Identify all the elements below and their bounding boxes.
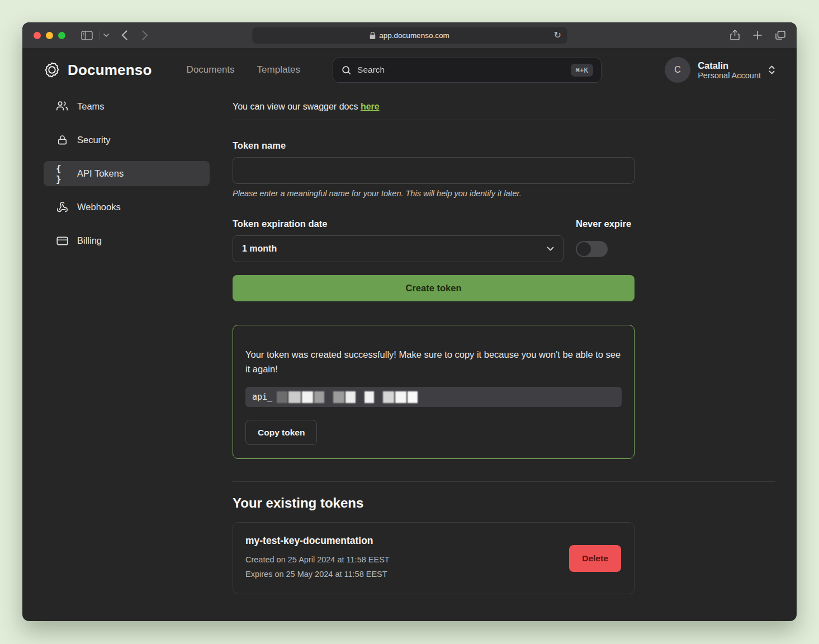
sidebar-item-label: Webhooks: [77, 202, 121, 212]
account-name: Catalin: [698, 60, 761, 72]
token-name-helper: Please enter a meaningful name for your …: [233, 189, 635, 198]
close-window-button[interactable]: [34, 32, 41, 39]
chevron-down-icon[interactable]: [103, 34, 109, 37]
sidebar-item-webhooks[interactable]: Webhooks: [44, 195, 210, 220]
settings-sidebar: Teams Security { } API Tokens Webhooks: [44, 94, 210, 594]
copy-token-button[interactable]: Copy token: [245, 420, 317, 445]
avatar: C: [665, 57, 690, 83]
zoom-window-button[interactable]: [58, 32, 65, 39]
chevron-up-down-icon: [768, 65, 775, 75]
token-value-field[interactable]: api_: [245, 387, 622, 407]
api-tokens-page: You can view our swagger docs here Token…: [233, 94, 775, 594]
share-icon[interactable]: [730, 30, 740, 41]
browser-window: app.documenso.com ↻: [22, 22, 797, 621]
expiration-select[interactable]: 1 month: [233, 235, 564, 262]
braces-icon: { }: [56, 163, 68, 184]
token-expires-date: Expires on 25 May 2024 at 11:58 EEST: [245, 567, 569, 581]
brand-name: Documenso: [68, 61, 152, 79]
token-expiration-label: Token expiration date: [233, 219, 327, 229]
token-created-message: Your token was created successfully! Mak…: [245, 348, 622, 376]
token-name-label: Token name: [233, 140, 635, 151]
never-expire-label: Never expire: [576, 219, 635, 229]
back-button[interactable]: [121, 30, 127, 40]
lock-icon: [370, 32, 375, 39]
token-card-name: my-test-key-documentation: [245, 535, 569, 547]
url-text: app.documenso.com: [379, 31, 449, 40]
search-icon: [341, 65, 352, 75]
search-shortcut-badge: ⌘+K: [571, 64, 594, 77]
swagger-docs-text: You can view our swagger docs: [233, 102, 361, 111]
users-icon: [56, 101, 68, 112]
sidebar-item-label: Billing: [77, 235, 102, 246]
top-nav: Documents Templates: [187, 64, 300, 75]
search-input[interactable]: [357, 65, 565, 75]
nav-templates[interactable]: Templates: [257, 64, 300, 75]
new-tab-icon[interactable]: [753, 31, 762, 40]
chevron-down-icon: [547, 247, 554, 251]
account-menu[interactable]: C Catalin Personal Account: [665, 57, 775, 83]
swagger-docs-link[interactable]: here: [361, 102, 380, 111]
minimize-window-button[interactable]: [46, 32, 53, 39]
existing-tokens-heading: Your existing tokens: [233, 495, 775, 511]
delete-token-button[interactable]: Delete: [569, 545, 621, 572]
expiration-selected-value: 1 month: [242, 244, 277, 254]
sidebar-item-teams[interactable]: Teams: [44, 94, 210, 119]
redacted-token-value: [277, 391, 418, 403]
search-bar[interactable]: ⌘+K: [333, 58, 602, 83]
brand[interactable]: Documenso: [44, 61, 152, 79]
token-prefix: api_: [252, 392, 272, 402]
section-divider: [233, 481, 775, 482]
documenso-logo-icon: [44, 61, 60, 78]
lock-icon: [56, 134, 68, 146]
traffic-lights: [34, 32, 65, 39]
token-name-input[interactable]: [233, 157, 635, 184]
nav-documents[interactable]: Documents: [187, 64, 235, 75]
sidebar-item-api-tokens[interactable]: { } API Tokens: [44, 161, 210, 186]
never-expire-toggle[interactable]: [576, 241, 608, 257]
webhook-icon: [56, 201, 68, 213]
credit-card-icon: [56, 236, 68, 246]
token-created-panel: Your token was created successfully! Mak…: [233, 325, 635, 459]
sidebar-item-label: Teams: [77, 101, 105, 112]
sidebar-toggle-icon[interactable]: [81, 31, 93, 40]
sidebar-item-security[interactable]: Security: [44, 127, 210, 153]
token-card: my-test-key-documentation Created on 25 …: [233, 522, 635, 594]
browser-toolbar: app.documenso.com ↻: [22, 22, 797, 49]
swagger-docs-line: You can view our swagger docs here: [233, 94, 775, 112]
sidebar-item-label: API Tokens: [77, 168, 124, 179]
forward-button[interactable]: [142, 30, 148, 40]
account-type: Personal Account: [698, 71, 761, 80]
section-divider: [233, 120, 775, 120]
sidebar-item-label: Security: [77, 135, 111, 145]
token-created-date: Created on 25 April 2024 at 11:58 EEST: [245, 553, 569, 567]
sidebar-item-billing[interactable]: Billing: [44, 228, 210, 253]
address-bar[interactable]: app.documenso.com ↻: [252, 27, 567, 44]
create-token-button[interactable]: Create token: [233, 275, 635, 301]
app-header: Documenso Documents Templates ⌘+K C Cata…: [22, 49, 797, 91]
tab-overview-icon[interactable]: [775, 31, 785, 40]
reload-icon[interactable]: ↻: [554, 30, 561, 40]
